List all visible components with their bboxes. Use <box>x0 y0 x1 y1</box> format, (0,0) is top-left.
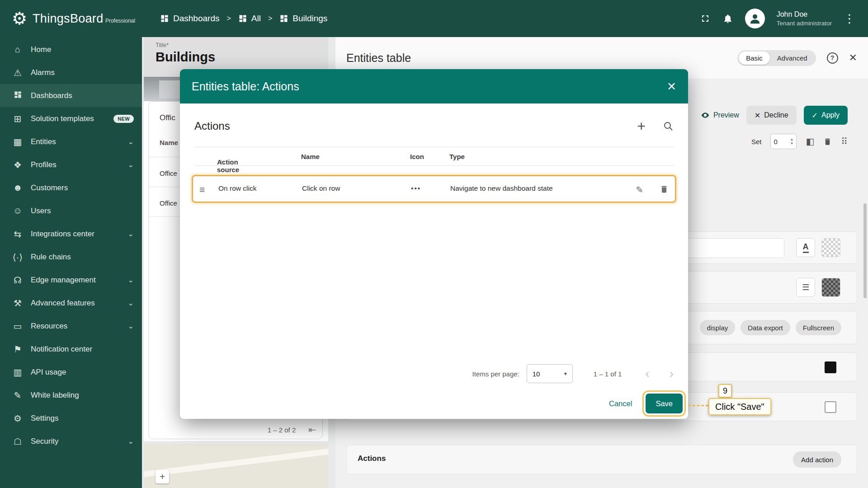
dialog-toolbar: Actions + <box>194 114 674 138</box>
sidebar-item-profiles[interactable]: ❖ Profiles ⌄ <box>0 153 142 176</box>
chip-fullscreen[interactable]: Fullscreen <box>796 320 841 335</box>
previous-page-icon[interactable]: ‹ <box>645 366 649 381</box>
chip-display[interactable]: display <box>700 320 736 335</box>
chip-data-export[interactable]: Data export <box>741 320 790 335</box>
sidebar-item-label: Notification center <box>31 345 92 354</box>
sidebar-item-settings[interactable]: ⚙ Settings <box>0 407 142 430</box>
breadcrumb-separator: > <box>226 14 231 23</box>
breadcrumb-separator: > <box>268 14 272 23</box>
sidebar-item-rule-chains[interactable]: ⟨·⟩ Rule chains <box>0 245 142 268</box>
breadcrumb-buildings[interactable]: Buildings <box>279 14 327 23</box>
list-style-icon[interactable]: ☰ <box>796 278 815 297</box>
sidebar-item-edge-management[interactable]: ☊ Edge management ⌄ <box>0 268 142 291</box>
drag-indicator-icon[interactable]: ⠿ <box>841 136 848 147</box>
tab-advanced[interactable]: Advanced <box>770 52 815 65</box>
user-role: Tenant administrator <box>777 19 832 28</box>
decline-label: Decline <box>764 111 788 119</box>
actions-section-label: Actions <box>358 454 386 463</box>
edit-pencil-icon[interactable]: ✎ <box>636 184 643 195</box>
column-name[interactable]: Name <box>301 153 320 160</box>
apply-button[interactable]: ✓ Apply <box>804 106 848 125</box>
search-icon[interactable] <box>663 121 674 131</box>
sidebar-item-label: Profiles <box>31 160 57 169</box>
sidebar-item-api-usage[interactable]: ▥ API usage <box>0 361 142 384</box>
background-color-swatch[interactable] <box>821 238 840 257</box>
stepper-up-icon[interactable]: ▲ <box>790 137 794 141</box>
topbar: ⚙ ThingsBoard Professional Dashboards > … <box>0 0 868 37</box>
widget-tab-label[interactable]: Offic <box>160 113 175 122</box>
widget-row[interactable]: Office <box>160 169 177 177</box>
sidebar-item-integrations-center[interactable]: ⇆ Integrations center ⌄ <box>0 222 142 245</box>
first-page-icon[interactable]: ⇤ <box>308 424 316 435</box>
help-icon[interactable]: ? <box>827 52 838 64</box>
widget-row[interactable]: Office <box>160 199 177 207</box>
breadcrumb-label: Dashboards <box>173 14 219 23</box>
rule-chains-icon: ⟨·⟩ <box>12 252 23 263</box>
sidebar-item-solution-templates[interactable]: ⊞ Solution templates NEW <box>0 107 142 130</box>
sidebar-item-resources[interactable]: ▭ Resources ⌄ <box>0 314 142 338</box>
delete-icon[interactable] <box>823 137 832 146</box>
sidebar-item-dashboards[interactable]: Dashboards <box>0 84 142 107</box>
widget-column-header: Name <box>160 139 178 146</box>
font-color-icon[interactable]: A <box>796 238 815 257</box>
cancel-button[interactable]: Cancel <box>609 399 632 408</box>
pagination-range: 1 – 1 of 1 <box>594 370 622 378</box>
scrollbar[interactable] <box>863 203 867 298</box>
items-per-page-select[interactable]: 10 ▾ <box>527 364 573 383</box>
sidebar-item-customers[interactable]: ☻ Customers <box>0 176 142 199</box>
widget-pagination-range: 1 – 2 of 2 <box>268 426 296 434</box>
sidebar-item-label: Integrations center <box>31 230 94 239</box>
cell-action-type: Navigate to new dashboard state <box>450 184 553 192</box>
brand-edition: Professional <box>105 18 135 24</box>
save-button[interactable]: Save <box>646 394 683 413</box>
breadcrumb-label: Buildings <box>292 14 327 23</box>
settings-gear-icon: ⚙ <box>12 413 23 424</box>
thingsboard-logo[interactable]: ⚙ ThingsBoard Professional <box>0 10 142 27</box>
stepper-down-icon[interactable]: ▼ <box>790 141 794 145</box>
widget-pagination: 1 – 2 of 2 ⇤ <box>268 424 316 435</box>
home-icon: ⌂ <box>12 44 23 55</box>
dark-color-swatch[interactable] <box>821 278 840 297</box>
more-menu-icon[interactable]: ⋮ <box>844 12 855 26</box>
column-type[interactable]: Type <box>449 153 465 160</box>
user-info[interactable]: John Doe Tenant administrator <box>777 10 832 27</box>
sidebar-item-users[interactable]: ☺ Users <box>0 199 142 222</box>
close-config-icon[interactable]: ✕ <box>849 52 857 64</box>
integrations-icon: ⇆ <box>12 229 23 239</box>
color-swatch-white[interactable] <box>825 401 836 413</box>
sidebar-item-alarms[interactable]: ⚠ Alarms <box>0 61 142 84</box>
close-icon[interactable]: ✕ <box>667 80 676 93</box>
sidebar-item-label: Rule chains <box>31 253 71 262</box>
next-page-icon[interactable]: › <box>670 366 674 381</box>
breadcrumb-dashboards[interactable]: Dashboards <box>160 14 219 23</box>
column-icon[interactable]: Icon <box>410 153 424 160</box>
sidebar-item-security[interactable]: ☖ Security ⌄ <box>0 430 142 453</box>
palette-icon[interactable]: ◧ <box>806 136 814 147</box>
map-zoom-in-button[interactable]: + <box>156 470 169 483</box>
sidebar-item-white-labeling[interactable]: ✎ White labeling <box>0 384 142 407</box>
sidebar-item-label: Entities <box>31 137 56 146</box>
add-action-button[interactable]: Add action <box>793 451 841 468</box>
count-value: 0 <box>774 138 787 145</box>
chevron-down-icon: ⌄ <box>128 230 134 238</box>
action-table-row[interactable]: ≡ On row click Click on row ••• Navigate… <box>192 175 676 203</box>
fullscreen-icon[interactable] <box>700 13 711 24</box>
tab-basic[interactable]: Basic <box>739 52 770 65</box>
sidebar-item-notification-center[interactable]: ⚑ Notification center <box>0 338 142 361</box>
delete-trash-icon[interactable] <box>660 184 669 196</box>
color-swatch-black[interactable] <box>825 361 836 373</box>
decline-button[interactable]: ✕ Decline <box>746 106 797 125</box>
count-stepper[interactable]: 0 ▲ ▼ <box>770 134 797 149</box>
sidebar-item-label: Solution templates <box>31 114 94 123</box>
notifications-bell-icon[interactable] <box>722 13 733 24</box>
user-avatar[interactable] <box>745 9 765 28</box>
sidebar-item-entities[interactable]: ▦ Entities ⌄ <box>0 130 142 153</box>
resources-icon: ▭ <box>12 321 23 332</box>
preview-button[interactable]: Preview <box>701 111 739 120</box>
add-action-icon[interactable]: + <box>637 119 646 133</box>
breadcrumb-all[interactable]: All <box>238 14 261 23</box>
sidebar-item-advanced-features[interactable]: ⚒ Advanced features ⌄ <box>0 291 142 314</box>
sidebar-item-home[interactable]: ⌂ Home <box>0 38 142 61</box>
drag-handle-icon[interactable]: ≡ <box>199 184 205 195</box>
close-icon: ✕ <box>755 111 760 120</box>
